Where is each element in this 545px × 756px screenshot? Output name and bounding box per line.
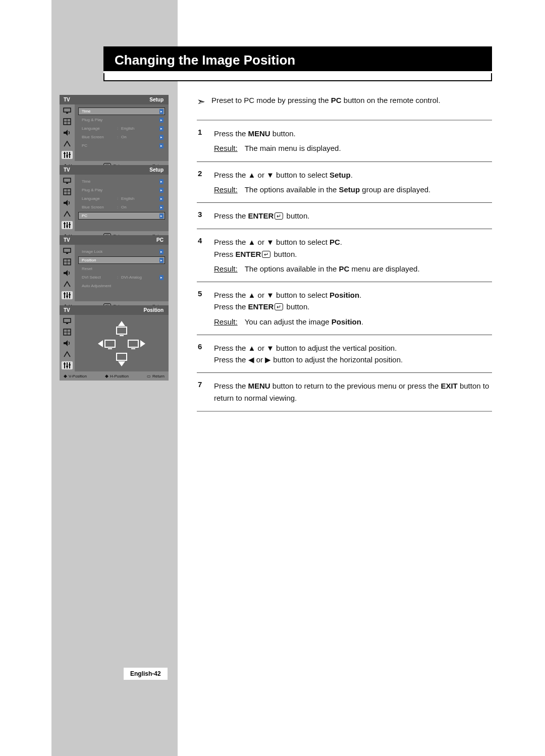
menu-item-time: Time▸ [78, 107, 165, 115]
note-arrow-icon: ➣ [197, 96, 205, 106]
step-4: 4 Press the ▲ or ▼ button to select PC. … [197, 229, 492, 282]
menu-item-language: Language:English▸ [78, 195, 165, 202]
enter-icon: ↵ [275, 303, 283, 310]
menu-item-plugplay: Plug & Play▸ [78, 186, 165, 194]
arrow-right-icon: ▸ [159, 135, 164, 140]
step-2: 2 Press the ▲ or ▼ button to select Setu… [197, 162, 492, 203]
menu-item-position: Position▸ [78, 256, 165, 264]
setup-icon [62, 361, 73, 369]
arrow-left-icon [98, 340, 103, 347]
svg-rect-9 [64, 153, 66, 154]
input-icon [62, 106, 73, 115]
osd-tv-label: TV [64, 237, 70, 243]
osd-menu-list: Time▸ Plug & Play▸ Language:English▸ Blu… [75, 175, 169, 231]
enter-icon: ↵ [275, 212, 283, 220]
svg-rect-0 [64, 108, 71, 112]
osd-title: Position [144, 307, 164, 313]
picture-icon [62, 188, 73, 196]
svg-rect-34 [66, 296, 68, 297]
menu-item-autoadjust: Auto Adjustment [78, 282, 165, 290]
osd-tv-label: TV [64, 167, 70, 173]
tv-icon [116, 327, 127, 335]
svg-rect-1 [66, 113, 68, 114]
arrow-right-icon: ▸ [159, 205, 164, 210]
note-row: ➣ Preset to PC mode by pressing the PC b… [197, 96, 492, 106]
svg-rect-10 [66, 155, 68, 156]
svg-rect-35 [69, 294, 71, 295]
arrow-right-icon [140, 340, 145, 347]
position-right [128, 340, 145, 348]
osd-title: PC [156, 237, 164, 243]
setup-icon [62, 151, 73, 159]
osd-menu-list: Image Lock▸ Position▸ Reset DVI Select:D… [75, 245, 169, 301]
osd-menu-list: Time▸ Plug & Play▸ Language:English▸ Blu… [75, 104, 169, 161]
arrow-right-icon: ▸ [159, 188, 164, 193]
step-5: 5 Press the ▲ or ▼ button to select Posi… [197, 282, 492, 335]
svg-rect-13 [66, 183, 68, 184]
svg-rect-24 [64, 248, 71, 252]
menu-item-bluescreen: Blue Screen:On▸ [78, 133, 165, 141]
svg-rect-23 [69, 224, 71, 225]
osd-tv-label: TV [64, 97, 70, 102]
svg-rect-43 [67, 362, 68, 368]
osd-footer: ◆V-Position ◆H-Position ▭Return [60, 371, 169, 381]
tv-icon [128, 340, 139, 348]
svg-rect-42 [64, 362, 65, 368]
osd-icon-column [60, 104, 75, 161]
svg-rect-46 [66, 366, 68, 367]
step-list: 1 Press the MENU button. Result:The main… [197, 120, 492, 412]
setup-icon [62, 221, 73, 229]
sound-icon [62, 339, 73, 347]
arrow-right-icon: ▸ [159, 179, 164, 184]
step-3: 3 Press the ENTER↵ button. [197, 203, 492, 229]
osd-icon-column [60, 315, 75, 371]
channel-icon [62, 280, 73, 288]
channel-icon [62, 140, 73, 148]
osd-tv-label: TV [64, 307, 70, 313]
picture-icon [62, 258, 73, 266]
arrow-right-icon: ▸ [159, 249, 164, 254]
svg-rect-12 [64, 178, 71, 182]
step-6: 6 Press the ▲ or ▼ button to adjust the … [197, 335, 492, 373]
osd-icon-column [60, 175, 75, 231]
position-left [98, 340, 116, 348]
menu-item-language: Language:English▸ [78, 125, 165, 132]
menu-item-time: Time▸ [78, 178, 165, 185]
svg-rect-37 [66, 323, 68, 324]
step-7: 7 Press the MENU button to return to the… [197, 373, 492, 411]
osd-icon-column [60, 245, 75, 301]
menu-item-pc: PC▸ [78, 212, 165, 220]
arrow-right-icon: ▸ [159, 126, 164, 131]
svg-rect-33 [64, 293, 66, 294]
svg-rect-6 [64, 152, 65, 158]
svg-rect-30 [64, 292, 65, 298]
page-number: English-42 [124, 668, 168, 680]
menu-item-reset: Reset [78, 265, 165, 273]
osd-title: Setup [149, 97, 164, 102]
osd-setup-time: TV Setup Time▸ Plug & Play▸ Language:Eng… [60, 95, 169, 171]
channel-icon [62, 210, 73, 218]
arrow-right-icon: ▸ [159, 213, 164, 219]
sound-icon [62, 199, 73, 207]
svg-marker-17 [64, 200, 68, 206]
position-down [116, 353, 127, 366]
picture-icon [62, 118, 73, 126]
osd-title: Setup [149, 167, 164, 173]
menu-item-dviselect: DVI Select:DVI-Analog▸ [78, 274, 165, 281]
menu-item-imagelock: Image Lock▸ [78, 248, 165, 255]
osd-pc-position: TV PC Image Lock▸ Position▸ Reset DVI Se… [60, 235, 169, 311]
input-icon [62, 177, 73, 185]
arrow-right-icon: ▸ [159, 275, 164, 280]
step-1: 1 Press the MENU button. Result:The main… [197, 121, 492, 162]
arrow-right-icon: ▸ [159, 143, 164, 148]
svg-rect-11 [69, 154, 71, 155]
svg-rect-7 [67, 152, 68, 158]
input-icon [62, 247, 73, 255]
position-up [116, 321, 127, 335]
svg-rect-45 [64, 363, 66, 364]
svg-rect-25 [66, 253, 68, 254]
svg-rect-21 [64, 223, 66, 224]
setup-icon [62, 291, 73, 299]
note-text: Preset to PC mode by pressing the PC but… [211, 96, 441, 104]
osd-setup-pc: TV Setup Time▸ Plug & Play▸ Language:Eng… [60, 165, 169, 241]
